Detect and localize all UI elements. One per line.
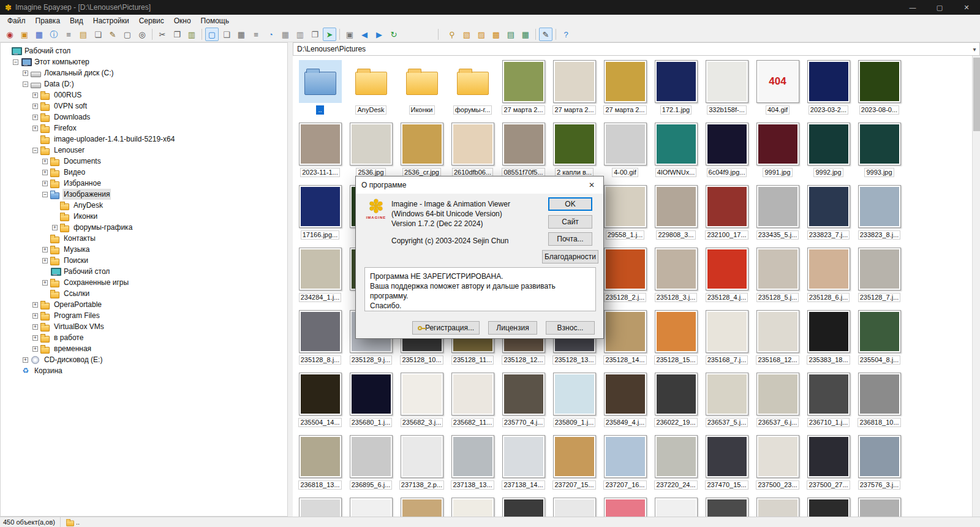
image-thumbnail[interactable]: 235504_8.j...: [854, 308, 905, 371]
image-thumbnail[interactable]: 237207_15...: [549, 433, 600, 496]
tree-item[interactable]: +Сохраненные игры: [1, 277, 287, 288]
menu-view[interactable]: Вид: [65, 15, 88, 27]
image-thumbnail[interactable]: 236537_5.j...: [701, 371, 752, 433]
menu-service[interactable]: Сервис: [134, 15, 169, 27]
image-thumbnail[interactable]: 27 марта 2...: [549, 58, 600, 121]
image-thumbnail[interactable]: 236710_1.j...: [803, 371, 854, 433]
plus-expander-icon[interactable]: +: [32, 324, 38, 330]
image-thumbnail[interactable]: 237220_24...: [650, 433, 701, 496]
menu-edit[interactable]: Правка: [31, 15, 66, 27]
image-thumbnail[interactable]: [701, 496, 752, 517]
thumbnails-view-button[interactable]: ▦: [235, 28, 248, 41]
plus-expander-icon[interactable]: +: [42, 247, 48, 252]
image-thumbnail[interactable]: 17166.jpg...: [295, 183, 345, 246]
batch-convert-button[interactable]: ❏: [91, 28, 105, 41]
menu-settings[interactable]: Настройки: [88, 15, 134, 27]
image-thumbnail[interactable]: [396, 496, 447, 517]
image-thumbnail[interactable]: [549, 496, 600, 517]
tree-item[interactable]: ♻Корзина: [1, 365, 287, 376]
image-database-button[interactable]: ▤: [504, 28, 518, 41]
image-thumbnail[interactable]: 235128_14...: [600, 308, 650, 371]
plus-expander-icon[interactable]: +: [32, 104, 38, 109]
image-thumbnail[interactable]: 2 капли в...: [549, 121, 600, 183]
image-thumbnail[interactable]: 237207_16...: [600, 433, 650, 496]
mail-button[interactable]: Почта...: [548, 232, 592, 246]
minus-expander-icon[interactable]: −: [32, 148, 38, 153]
plus-expander-icon[interactable]: +: [42, 258, 48, 264]
image-thumbnail[interactable]: 9992.jpg: [803, 121, 854, 183]
license-button[interactable]: Лицензия: [488, 321, 537, 335]
export-image-button[interactable]: ▣: [343, 28, 356, 41]
tree-item[interactable]: +Поиски: [1, 255, 287, 266]
chevron-down-icon[interactable]: ▾: [970, 43, 979, 55]
image-thumbnail[interactable]: 332b158f-...: [701, 58, 752, 121]
save-button[interactable]: ▦: [32, 28, 46, 41]
file-info-button[interactable]: ⓘ: [47, 28, 61, 41]
plus-expander-icon[interactable]: +: [52, 225, 58, 230]
refresh-button[interactable]: ↻: [387, 28, 401, 41]
image-thumbnail[interactable]: 236818_13...: [295, 433, 345, 496]
image-thumbnail[interactable]: 235682_3.j...: [396, 371, 447, 433]
image-thumbnail[interactable]: 172.1.jpg: [650, 58, 701, 121]
batch-rename-button[interactable]: ✎: [106, 28, 119, 41]
image-thumbnail[interactable]: 235682_11...: [447, 371, 498, 433]
image-thumbnail[interactable]: 2023-08-0...: [854, 58, 905, 121]
image-thumbnail[interactable]: 237138_2.p...: [396, 433, 447, 496]
plus-expander-icon[interactable]: +: [32, 126, 38, 131]
small-grid-button[interactable]: ▦: [279, 28, 292, 41]
site-button[interactable]: Сайт: [548, 215, 592, 229]
plus-expander-icon[interactable]: +: [32, 346, 38, 352]
image-thumbnail[interactable]: 235849_4.j...: [600, 371, 650, 433]
profile-folder-button[interactable]: ▧: [460, 28, 473, 41]
tree-item[interactable]: +временная: [1, 343, 287, 354]
image-thumbnail[interactable]: 236022_19...: [650, 371, 701, 433]
image-thumbnail[interactable]: [447, 496, 498, 517]
image-thumbnail[interactable]: 9993.jpg: [854, 121, 905, 183]
tree-item[interactable]: +Documents: [1, 156, 287, 167]
ok-button[interactable]: OK: [548, 197, 592, 211]
image-thumbnail[interactable]: 2536.jpg: [345, 121, 396, 183]
image-thumbnail[interactable]: 229808_3...: [650, 183, 701, 246]
plus-expander-icon[interactable]: +: [42, 170, 48, 175]
tree-item[interactable]: Рабочий стол: [1, 266, 287, 277]
donate-button[interactable]: Взнос...: [546, 321, 595, 335]
image-thumbnail[interactable]: 2610dfb06...: [447, 121, 498, 183]
image-thumbnail[interactable]: 237500_27...: [803, 433, 854, 496]
image-thumbnail[interactable]: 4-00.gif: [600, 121, 650, 183]
back-button[interactable]: ◀: [358, 28, 371, 41]
plus-expander-icon[interactable]: +: [32, 115, 38, 120]
open-image-button[interactable]: ◉: [3, 28, 17, 41]
tree-item[interactable]: +Downloads: [1, 112, 287, 123]
tree-item[interactable]: Контакты: [1, 233, 287, 244]
key-options-button[interactable]: ⚲: [445, 28, 459, 41]
thanks-button[interactable]: Благодарности: [542, 250, 598, 264]
image-thumbnail[interactable]: 237138_13...: [447, 433, 498, 496]
image-thumbnail[interactable]: 233823_7.j...: [803, 183, 854, 246]
plus-expander-icon[interactable]: +: [32, 302, 38, 308]
tree-item[interactable]: +CD-дисковод (E:): [1, 354, 287, 365]
image-thumbnail[interactable]: [295, 496, 345, 517]
close-button[interactable]: ✕: [953, 0, 980, 15]
image-window-button[interactable]: ❑: [220, 28, 233, 41]
tree-item[interactable]: +0VPN soft: [1, 100, 287, 112]
image-thumbnail[interactable]: 236818_10...: [854, 371, 905, 433]
image-thumbnail[interactable]: 29558_1.j...: [600, 183, 650, 246]
image-thumbnail[interactable]: 27 марта 2...: [498, 58, 549, 121]
plus-expander-icon[interactable]: +: [32, 335, 38, 341]
image-thumbnail[interactable]: 235128_7.j...: [854, 246, 905, 308]
tree-item[interactable]: −Изображения: [1, 189, 287, 200]
open-folder-button[interactable]: ▣: [18, 28, 31, 41]
image-thumbnail[interactable]: 233435_5.j...: [752, 183, 803, 246]
folder-thumbnail[interactable]: Иконки: [396, 58, 447, 121]
vertical-scrollbar[interactable]: [972, 56, 980, 517]
register-button[interactable]: Регистрация...: [412, 321, 480, 335]
image-thumbnail[interactable]: 4IOfWNUx...: [650, 121, 701, 183]
tree-item[interactable]: −Этот компьютер: [1, 56, 287, 67]
folder-thumbnail[interactable]: ..: [295, 58, 345, 121]
menu-help[interactable]: Помощь: [196, 15, 234, 27]
image-thumbnail[interactable]: 235128_15...: [650, 308, 701, 371]
image-thumbnail[interactable]: [345, 496, 396, 517]
plus-expander-icon[interactable]: +: [42, 181, 48, 186]
menu-file[interactable]: Файл: [2, 15, 31, 27]
minus-expander-icon[interactable]: −: [23, 82, 28, 87]
